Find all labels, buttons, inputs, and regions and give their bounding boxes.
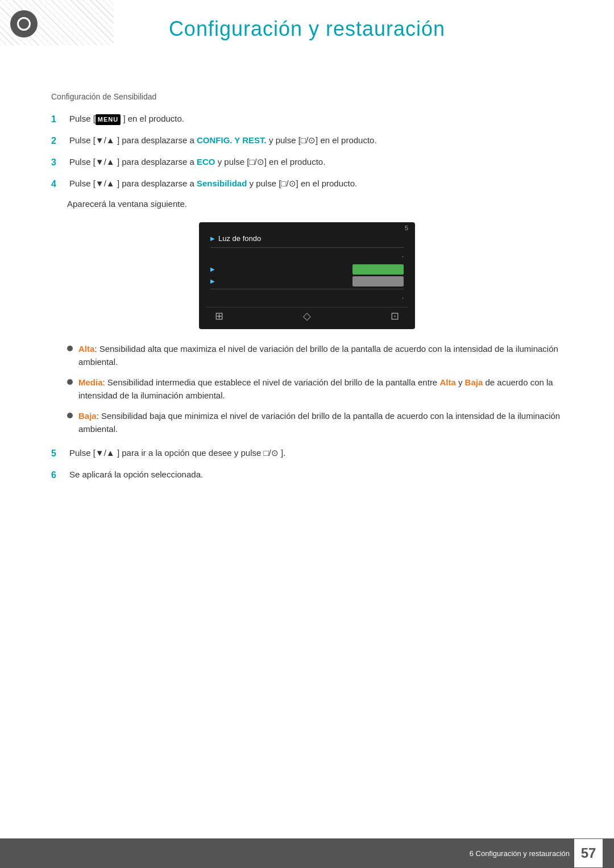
- menu-row-4: ▶: [206, 275, 408, 287]
- bullet-dot-media: [67, 379, 73, 385]
- alta-ref: Alta: [439, 377, 455, 387]
- bullet-alta: Alta: Sensibilidad alta que maximiza el …: [67, 343, 563, 368]
- step-2-content: Pulse [▼/▲ ] para desplazarse a CONFIG. …: [69, 134, 563, 148]
- step-5: 5 Pulse [▼/▲ ] para ir a la opción que d…: [51, 447, 563, 460]
- step-4-content: Pulse [▼/▲ ] para desplazarse a Sensibil…: [69, 177, 563, 191]
- chapter-icon: [10, 10, 38, 38]
- arrow-icon-4: ▶: [210, 278, 215, 284]
- menu-row-3: ▶: [206, 263, 408, 275]
- step-4-number: 4: [51, 177, 67, 191]
- steps-list: 1 Pulse [MENU ] en el producto. 2 Pulse …: [51, 113, 563, 191]
- bullet-media-content: Media: Sensibilidad intermedia que estab…: [78, 376, 563, 402]
- bullet-alta-content: Alta: Sensibilidad alta que maximiza el …: [78, 343, 563, 368]
- step-5-content: Pulse [▼/▲ ] para ir a la opción que des…: [69, 447, 563, 460]
- bullet-media: Media: Sensibilidad intermedia que estab…: [67, 376, 563, 402]
- monitor-screen: 5 ▶ Luz de fondo · ▶: [199, 222, 415, 329]
- bullet-baja-content: Baja: Sensibilidad baja que minimiza el …: [78, 410, 563, 435]
- alta-label: Alta: [78, 344, 94, 354]
- bullet-dot-alta: [67, 346, 73, 351]
- menu-row-luz: ▶ Luz de fondo: [206, 231, 408, 246]
- sensibilidad-label: Sensibilidad: [194, 178, 247, 188]
- bullet-list: Alta: Sensibilidad alta que maximiza el …: [67, 343, 563, 435]
- arrow-icon-3: ▶: [210, 266, 215, 272]
- monitor-menu: ▶ Luz de fondo · ▶: [206, 231, 408, 305]
- step-6-number: 6: [51, 468, 67, 482]
- baja-label: Baja: [78, 411, 97, 421]
- monitor-mockup: 5 ▶ Luz de fondo · ▶: [199, 222, 415, 329]
- bullet-baja: Baja: Sensibilidad baja que minimiza el …: [67, 410, 563, 435]
- monitor-icon-2: ◇: [303, 310, 311, 322]
- menu-row-2: ·: [206, 250, 408, 263]
- menu-sep-2: [210, 289, 404, 289]
- luz-label: Luz de fondo: [218, 234, 404, 243]
- step-3-number: 3: [51, 156, 67, 169]
- section-subtitle: Configuración de Sensibilidad: [51, 92, 563, 101]
- main-content: Configuración de Sensibilidad 1 Pulse [M…: [0, 47, 614, 535]
- page-footer: 6 Configuración y restauración 57: [0, 838, 614, 868]
- step-1-number: 1: [51, 113, 67, 126]
- bullet-dot-baja: [67, 413, 73, 418]
- page-number: 57: [574, 839, 603, 867]
- steps-list-2: 5 Pulse [▼/▲ ] para ir a la opción que d…: [51, 447, 563, 482]
- monitor-icon-1: ⊞: [215, 310, 223, 322]
- monitor-icon-3: ⊡: [391, 310, 399, 322]
- step-1-content: Pulse [MENU ] en el producto.: [69, 113, 563, 126]
- slider-gray: [352, 276, 404, 286]
- step-5-number: 5: [51, 447, 67, 460]
- slider-gray-fill: [352, 276, 404, 286]
- slider-green-fill: [352, 264, 404, 275]
- sub-note: Aparecerá la ventana siguiente.: [67, 199, 563, 209]
- step-1: 1 Pulse [MENU ] en el producto.: [51, 113, 563, 126]
- row5-value: ·: [402, 294, 404, 302]
- footer-text: 6 Configuración y restauración: [470, 849, 570, 858]
- step-3-content: Pulse [▼/▲ ] para desplazarse a ECO y pu…: [69, 156, 563, 169]
- monitor-bottom-bar: ⊞ ◇ ⊡: [206, 307, 408, 323]
- menu-key: MENU: [96, 114, 121, 125]
- config-rest-label: CONFIG. Y REST.: [194, 135, 267, 145]
- step-6-content: Se aplicará la opción seleccionada.: [69, 468, 563, 482]
- menu-top-num: 5: [405, 225, 408, 231]
- step-4: 4 Pulse [▼/▲ ] para desplazarse a Sensib…: [51, 177, 563, 191]
- media-label: Media: [78, 377, 103, 387]
- menu-row-5: ·: [206, 291, 408, 305]
- arrow-icon: ▶: [210, 235, 215, 242]
- eco-label: ECO: [194, 157, 215, 167]
- row2-value: ·: [402, 252, 404, 260]
- step-6: 6 Se aplicará la opción seleccionada.: [51, 468, 563, 482]
- step-3: 3 Pulse [▼/▲ ] para desplazarse a ECO y …: [51, 156, 563, 169]
- step-2-number: 2: [51, 134, 67, 148]
- baja-ref: Baja: [465, 377, 483, 387]
- menu-sep-1: [210, 247, 404, 248]
- slider-green: [352, 264, 404, 275]
- step-2: 2 Pulse [▼/▲ ] para desplazarse a CONFIG…: [51, 134, 563, 148]
